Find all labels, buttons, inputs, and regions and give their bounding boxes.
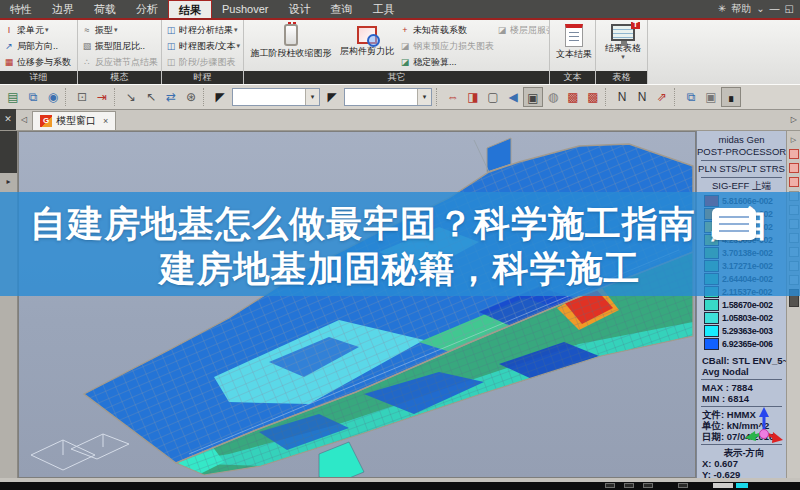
modal-damping-button[interactable]: ▧振型阻尼比.. — [80, 38, 159, 54]
shear-ratio-icon — [357, 26, 377, 44]
ribbon-tab-荷载[interactable]: 荷载 — [84, 0, 126, 18]
pan-view-icon[interactable]: ⇔ — [443, 87, 463, 107]
panel-expand-icon[interactable]: ▷ — [791, 109, 800, 130]
mode-shape-button[interactable]: ≈振型▾ — [80, 22, 159, 38]
legend-entry: 1.05803e-002 — [697, 311, 786, 324]
gen-logo-icon: G — [40, 115, 52, 127]
local-direction-button[interactable]: ↗局部方向.. — [2, 38, 72, 54]
ribbon-tab-边界[interactable]: 边界 — [42, 0, 84, 18]
expand-tree-icon[interactable]: ▸ — [0, 177, 17, 186]
select-name-combo[interactable]: ▾ — [344, 88, 432, 106]
capture-image-icon[interactable]: ⧉ — [23, 87, 43, 107]
view-direction-icon[interactable]: ◀ — [503, 87, 523, 107]
result-table-button[interactable]: 结果表格▾ — [598, 22, 647, 71]
status-widget[interactable] — [678, 483, 688, 488]
help-button[interactable]: 帮助 — [731, 0, 751, 18]
shrink-element-icon[interactable]: ⇗ — [652, 87, 672, 107]
result-red-tool-icon[interactable] — [789, 149, 799, 159]
expand-panel-icon[interactable]: ▷ — [789, 135, 799, 145]
pick-filter-icon[interactable]: ◤ — [322, 87, 342, 107]
history-chart-icon: ◫ — [165, 24, 177, 36]
status-light-widget[interactable] — [713, 483, 733, 488]
status-widget[interactable] — [643, 483, 653, 488]
copy-model-view-icon[interactable]: ⧉ — [681, 87, 701, 107]
tab-close-icon[interactable]: × — [103, 116, 108, 126]
render-view-icon[interactable]: ▣ — [523, 87, 543, 107]
collapsed-tree-panel[interactable]: ▸ — [0, 131, 18, 478]
help-dropdown-icon[interactable]: ⌄ — [756, 0, 764, 18]
perspective-icon[interactable]: ◍ — [543, 87, 563, 107]
element-number-icon[interactable]: N — [632, 87, 652, 107]
unknown-load-factor-button[interactable]: +未知荷载系数 — [398, 22, 495, 38]
pick-select-icon[interactable]: ◤ — [210, 87, 230, 107]
text-result-button-label: 文本结果 — [556, 49, 592, 60]
result-red-tool3-icon[interactable] — [789, 177, 799, 187]
import-view-icon[interactable]: ⇥ — [92, 87, 112, 107]
tab-model-window[interactable]: G 模型窗口 × — [32, 111, 116, 130]
column-shortening-button-label: 施工阶段柱收缩图形 — [251, 48, 332, 59]
dynamic-report-icon[interactable]: ▤ — [3, 87, 23, 107]
story-yield-strength-button[interactable]: ◪楼层屈服强度系数... — [495, 22, 549, 38]
new-window-icon[interactable]: ⊡ — [72, 87, 92, 107]
displacement-participation-button[interactable]: ▦位移参与系数 — [2, 54, 72, 70]
ribbon-tab-查询[interactable]: 查询 — [320, 0, 362, 18]
stage-step-graph-button[interactable]: ◫阶段/步骤图表 — [164, 54, 241, 70]
ribbon-tab-工具[interactable]: 工具 — [362, 0, 404, 18]
time-history-graph-button[interactable]: ◫时程图表/文本▾ — [164, 38, 241, 54]
combo-dropdown-icon[interactable]: ▾ — [417, 89, 431, 105]
side-toolbar: ▷ — [786, 131, 800, 478]
combo-dropdown-icon[interactable]: ▾ — [305, 89, 319, 105]
dark-display-icon[interactable]: ∎ — [721, 87, 741, 107]
dynamic-view-icon[interactable]: ◨ — [463, 87, 483, 107]
direction-x-value: X: 0.607 — [697, 458, 786, 469]
title-banner: 自建房地基怎么做最牢固？科学施工指南，自 建房地基加固秘籍，科学施工 — [0, 192, 800, 296]
stage-graph-icon: ◫ — [165, 56, 177, 68]
result-type-label: PLN STS/PLT STRS — [697, 163, 786, 175]
legend-value: 1.05803e-002 — [722, 313, 773, 323]
tendon-loss-graph-button[interactable]: ◪钢束预应力损失图表 — [398, 38, 495, 54]
mode-label: POST-PROCESSOR — [697, 146, 786, 158]
member-shear-ratio-button[interactable]: 层构件剪力比 — [336, 22, 398, 71]
display-option-icon[interactable]: ▩ — [563, 87, 583, 107]
spectrum-result-icon: ∴ — [81, 56, 93, 68]
column-shortening-button[interactable]: 施工阶段柱收缩图形 — [246, 22, 336, 71]
beam-element-button[interactable]: I梁单元▾ — [2, 22, 72, 38]
ribbon-tab-设计[interactable]: 设计 — [278, 0, 320, 18]
status-widget[interactable] — [605, 483, 615, 488]
help-bulb-icon[interactable]: ✳ — [718, 0, 726, 18]
result-red-tool2-icon[interactable] — [789, 163, 799, 173]
mode-shape-icon: ≈ — [81, 24, 93, 36]
model-viewport[interactable] — [18, 131, 696, 478]
panel-close-icon[interactable]: ✕ — [0, 109, 16, 130]
restore-icon[interactable]: ◱ — [785, 0, 794, 18]
window-controls: ✳ 帮助 ⌄ — ◱ — [718, 0, 800, 18]
minimize-icon[interactable]: — — [770, 0, 780, 18]
toolbar-separator — [605, 88, 610, 106]
select-intersect-icon[interactable]: ↖ — [141, 87, 161, 107]
ribbon-tab-Pushover[interactable]: Pushover — [212, 0, 278, 18]
stage-step-graph-button-label: 阶段/步骤图表 — [179, 56, 236, 69]
stability-check-button[interactable]: ◪稳定验算... — [398, 54, 495, 70]
zoom-window-icon[interactable]: ▢ — [483, 87, 503, 107]
time-history-result-button[interactable]: ◫时程分析结果▾ — [164, 22, 241, 38]
select-previous-icon[interactable]: ⇄ — [161, 87, 181, 107]
model-window-tab-label: 模型窗口 — [56, 114, 96, 128]
ribbon-tab-结果[interactable]: 结果 — [168, 0, 212, 18]
text-result-button[interactable]: 文本结果 — [552, 22, 595, 71]
ribbon-tab-分析[interactable]: 分析 — [126, 0, 168, 18]
floating-note-icon — [712, 208, 756, 240]
select-type-combo[interactable]: ▾ — [232, 88, 320, 106]
lock-model-icon[interactable]: ▣ — [701, 87, 721, 107]
node-number-icon[interactable]: N — [612, 87, 632, 107]
tab-scroll-left-icon[interactable]: ◁ — [16, 109, 32, 130]
rotate-view-icon[interactable]: ◉ — [43, 87, 63, 107]
legend-value: 5.29363e-003 — [722, 326, 773, 336]
time-history-graph-button-label: 时程图表/文本 — [179, 40, 236, 53]
ribbon-tab-特性[interactable]: 特性 — [0, 0, 42, 18]
status-widget[interactable] — [624, 483, 634, 488]
display-detail-icon[interactable]: ▩ — [583, 87, 603, 107]
dropdown-arrow-icon: ▾ — [621, 54, 625, 60]
select-window-icon[interactable]: ↘ — [121, 87, 141, 107]
response-spectrum-node-button[interactable]: ∴反应谱节点结果 — [80, 54, 159, 70]
select-all-icon[interactable]: ⊛ — [181, 87, 201, 107]
